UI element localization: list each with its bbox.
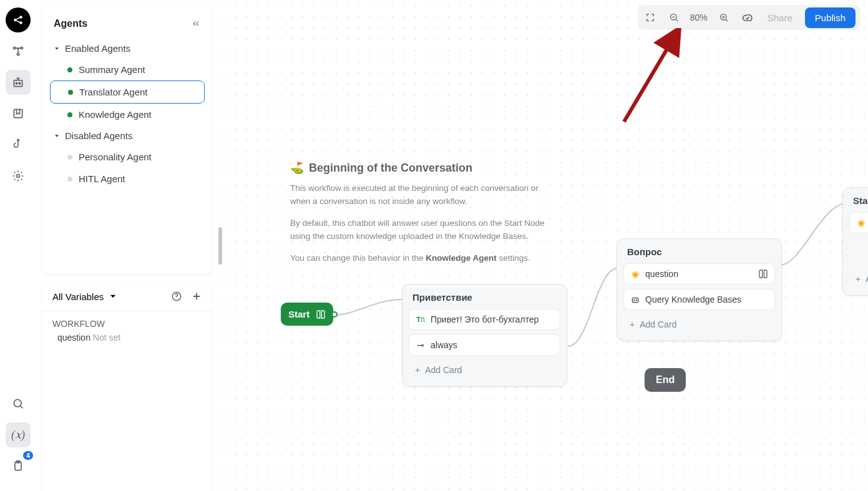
help-icon[interactable] xyxy=(171,291,182,302)
robot-icon[interactable] xyxy=(6,70,31,95)
notification-badge: 4 xyxy=(23,451,33,460)
canvas-toolbar: 80% Share Publish xyxy=(638,5,861,30)
hook-icon[interactable] xyxy=(6,132,31,157)
enabled-agents-header[interactable]: Enabled Agents xyxy=(42,38,212,59)
status-dot-enabled xyxy=(68,90,73,95)
info-paragraph-1: This workflow is executed at the beginni… xyxy=(290,182,552,208)
status-dot-disabled xyxy=(67,177,72,182)
svg-point-4 xyxy=(21,47,22,49)
svg-point-0 xyxy=(14,19,17,22)
svg-rect-6 xyxy=(14,80,22,87)
agent-item-knowledge[interactable]: Knowledge Agent xyxy=(50,104,205,125)
agent-item-hitl[interactable]: HITL Agent xyxy=(50,168,205,190)
svg-point-12 xyxy=(14,399,21,407)
variables-panel: All Variables WORKFLOW question Not set xyxy=(42,282,212,491)
svg-line-18 xyxy=(624,37,674,122)
canvas-scrollbar[interactable] xyxy=(218,227,222,265)
svg-point-5 xyxy=(17,53,19,55)
share-button[interactable]: Share xyxy=(764,12,796,23)
transition-icon: ⊸ xyxy=(416,340,426,350)
svg-point-8 xyxy=(19,82,21,84)
zoom-out-icon[interactable] xyxy=(666,10,681,25)
flow-icon[interactable] xyxy=(6,39,31,64)
card-message[interactable]: T⎍ Привет! Это бот-бухгалтер xyxy=(409,309,560,330)
output-port[interactable] xyxy=(331,311,338,318)
publish-button[interactable]: Publish xyxy=(805,7,856,28)
plus-icon: + xyxy=(630,319,635,329)
svg-point-10 xyxy=(17,139,19,141)
plus-icon: + xyxy=(856,274,861,284)
robot-small-icon xyxy=(630,295,640,304)
disabled-agents-label: Disabled Agents xyxy=(65,130,132,141)
bulb-icon: ◉ xyxy=(630,269,640,279)
info-paragraph-3: You can change this behavior in the Know… xyxy=(290,252,552,265)
svg-point-11 xyxy=(17,175,20,178)
workflow-canvas[interactable]: 80% Share Publish ⛳Beginning of the Conv… xyxy=(218,0,868,491)
zoom-level: 80% xyxy=(690,12,708,22)
status-dot-disabled xyxy=(67,155,72,160)
clipboard-icon[interactable]: 4 xyxy=(6,454,31,479)
expand-icon[interactable] xyxy=(643,10,658,25)
enabled-agents-label: Enabled Agents xyxy=(65,43,130,54)
node-greeting[interactable]: Приветствие T⎍ Привет! Это бот-бухгалтер… xyxy=(402,284,567,387)
svg-point-7 xyxy=(16,82,17,84)
search-icon[interactable] xyxy=(6,391,31,416)
gear-icon[interactable] xyxy=(6,163,31,188)
svg-point-2 xyxy=(19,21,22,24)
agent-item-personality[interactable]: Personality Agent xyxy=(50,146,205,168)
node-title: Stand xyxy=(849,195,868,212)
svg-point-3 xyxy=(14,47,16,49)
flag-emoji-icon: ⛳ xyxy=(290,161,304,175)
info-paragraph-2: By default, this chatbot will answer use… xyxy=(290,217,552,243)
cloud-sync-icon[interactable] xyxy=(740,10,755,25)
status-dot-enabled xyxy=(67,112,72,117)
node-standard[interactable]: Stand ◉ S + A xyxy=(842,187,868,296)
sidebar-title: Agents xyxy=(54,18,87,29)
bulb-icon: ◉ xyxy=(856,218,866,228)
book-icon xyxy=(758,269,768,279)
book-icon xyxy=(316,309,326,319)
add-variable-icon[interactable] xyxy=(191,291,202,302)
card-transition[interactable]: ⊸ always xyxy=(409,334,560,356)
agent-item-translator[interactable]: Translator Agent xyxy=(50,80,205,104)
add-card-button[interactable]: + Add Card xyxy=(623,314,775,334)
collapse-icon[interactable] xyxy=(191,19,201,29)
add-card-button[interactable]: + Add Card xyxy=(409,360,560,380)
plus-icon: + xyxy=(415,365,420,375)
node-question[interactable]: Вопрос ◉ question Query Knowledge Bases … xyxy=(617,238,782,341)
add-card-button[interactable]: + A xyxy=(849,269,868,289)
share-network-icon[interactable] xyxy=(6,7,31,32)
variable-group-label: WORKFLOW xyxy=(52,319,202,329)
node-title: Вопрос xyxy=(623,246,775,263)
text-icon: T⎍ xyxy=(416,316,426,323)
annotation-arrow xyxy=(618,28,686,128)
info-card: ⛳Beginning of the Conversation This work… xyxy=(290,161,552,274)
svg-point-20 xyxy=(634,300,635,301)
zoom-in-icon[interactable] xyxy=(716,10,731,25)
agents-sidebar: Agents Enabled Agents Summary Agent Tran… xyxy=(42,3,212,275)
agent-item-summary[interactable]: Summary Agent xyxy=(50,59,205,80)
variables-dropdown[interactable]: All Variables xyxy=(52,291,117,302)
node-end[interactable]: End xyxy=(645,368,686,392)
card-capture[interactable]: ◉ question xyxy=(623,263,775,284)
svg-point-21 xyxy=(636,300,636,301)
node-title: Приветствие xyxy=(409,292,560,309)
node-start[interactable]: Start xyxy=(281,303,333,326)
info-title: Beginning of the Conversation xyxy=(309,162,472,175)
svg-rect-19 xyxy=(632,298,638,303)
variable-row[interactable]: question Not set xyxy=(52,333,202,343)
disabled-agents-header[interactable]: Disabled Agents xyxy=(42,125,212,146)
bookmark-icon[interactable] xyxy=(6,101,31,126)
card-generic[interactable]: ◉ S xyxy=(849,212,868,233)
status-dot-enabled xyxy=(67,67,72,72)
card-query-kb[interactable]: Query Knowledge Bases xyxy=(623,289,775,310)
icon-rail: (𝑥) 4 xyxy=(0,0,36,491)
variable-icon[interactable]: (𝑥) xyxy=(6,422,31,447)
svg-point-1 xyxy=(19,16,22,19)
